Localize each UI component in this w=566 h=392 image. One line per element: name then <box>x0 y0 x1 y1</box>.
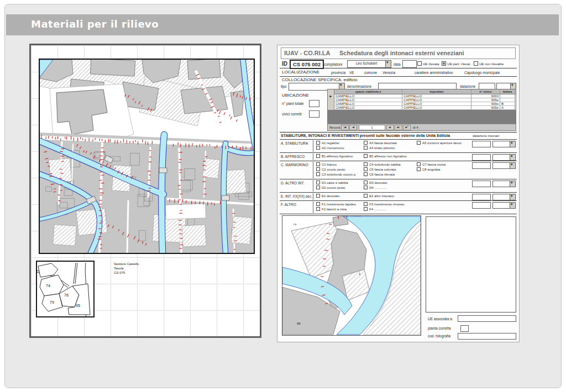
chevron-down-icon[interactable] <box>510 203 515 208</box>
checkbox-icon[interactable] <box>316 181 320 184</box>
record-new-button[interactable]: ▶* <box>403 125 411 130</box>
material-checkbox-item[interactable]: F2 laterizi a vista <box>316 207 347 211</box>
checkbox-icon[interactable] <box>364 181 368 184</box>
piani-input[interactable] <box>309 100 319 107</box>
material-checkbox-item[interactable]: D4 ............. <box>364 186 386 189</box>
material-checkbox-item[interactable]: A1 regalzier <box>316 141 339 145</box>
material-checkbox-item[interactable]: A5 contorni aperture decor. <box>417 141 462 145</box>
current-record-icon[interactable]: ▶ <box>328 94 334 98</box>
ue-associata-input[interactable] <box>458 315 516 322</box>
material-checkbox-item[interactable]: C7 fascia incisa <box>417 162 446 166</box>
checkbox-icon[interactable] <box>316 162 320 166</box>
checkbox-icon[interactable] <box>364 172 368 176</box>
row-selector[interactable] <box>328 106 334 110</box>
record-number-field[interactable]: 1 <box>359 125 385 130</box>
pianta-corretta-checkbox[interactable] <box>460 325 469 332</box>
checkbox-icon[interactable] <box>364 162 368 166</box>
checkbox-icon[interactable] <box>316 202 320 206</box>
material-checkbox-item[interactable]: E1 decorato <box>316 194 339 198</box>
chevron-down-icon[interactable] <box>510 163 515 168</box>
chevron-down-icon[interactable] <box>510 155 515 160</box>
checkbox-icon[interactable] <box>364 167 368 171</box>
checkbox-icon[interactable] <box>316 207 320 211</box>
compilatore-select[interactable]: Leo Schubert <box>347 60 391 68</box>
material-checkbox-item[interactable]: A3 fascia decorata <box>364 141 397 145</box>
datazione-section-select[interactable] <box>492 194 516 200</box>
material-checkbox-item[interactable]: F1 rivestimento lapideo <box>316 202 356 206</box>
material-checkbox-item[interactable]: D2 coccio pesto <box>316 186 345 189</box>
material-checkbox-item[interactable]: B1 affresco figurativo <box>316 154 353 158</box>
material-checkbox-item[interactable]: D3 decorato <box>364 181 387 184</box>
datazione-section-select[interactable] <box>492 154 516 161</box>
chevron-down-icon[interactable] <box>510 194 515 200</box>
datazione-section-select[interactable] <box>492 181 516 187</box>
material-checkbox-item[interactable]: F3 rivestimento rimosso <box>364 202 405 206</box>
datazione-section-input[interactable] <box>472 154 491 161</box>
datazione-section-input[interactable] <box>472 194 491 200</box>
checkbox-icon[interactable] <box>316 186 320 189</box>
row-selector[interactable] <box>328 102 334 106</box>
checkbox-icon[interactable] <box>417 141 421 145</box>
checkbox-icon[interactable] <box>364 146 368 150</box>
table-row[interactable]: CAMPIELLOCAPPIELLO609eB <box>328 102 516 106</box>
material-checkbox-item[interactable]: C3 sottofondo coccio p. <box>316 172 357 176</box>
datazione-section-select[interactable] <box>492 202 516 209</box>
civici-input[interactable] <box>309 110 319 118</box>
material-checkbox-item[interactable]: C2 coccio pesto <box>316 167 345 171</box>
record-last-button[interactable]: ▶| <box>395 125 402 130</box>
slide-title-banner: Materiali per il rilievo <box>6 14 559 35</box>
checkbox-icon[interactable] <box>316 146 320 150</box>
checkbox-icon[interactable] <box>417 162 421 166</box>
datazione-section-input[interactable] <box>472 202 491 209</box>
datazione-section-select[interactable] <box>492 162 516 169</box>
checkbox-icon[interactable] <box>364 186 368 189</box>
cod-fotografia-input[interactable] <box>458 333 516 340</box>
record-next-button[interactable]: ▶ <box>386 125 394 130</box>
record-first-button[interactable]: |◀ <box>341 125 349 130</box>
material-checkbox-item[interactable]: C4 sottofondo sabbia <box>364 162 401 166</box>
checkbox-icon[interactable] <box>474 61 478 66</box>
checkbox-icon[interactable] <box>364 194 368 198</box>
record-prev-button[interactable]: ◀ <box>349 125 357 130</box>
material-checkbox-item[interactable]: A4 strato pittorico <box>364 146 395 150</box>
chevron-down-icon[interactable] <box>510 181 515 187</box>
checkbox-icon[interactable] <box>316 154 320 158</box>
material-checkbox-item[interactable]: E2 altro intonaco <box>364 194 394 198</box>
checkbox-icon[interactable] <box>442 61 446 66</box>
checkbox-icon[interactable] <box>316 172 320 176</box>
checkbox-icon[interactable] <box>417 61 422 66</box>
checkbox-icon[interactable] <box>417 167 421 171</box>
material-checkbox-item[interactable]: D1 calce e sabbia <box>316 181 348 184</box>
ue-checkbox-item[interactable]: UE rilevata <box>417 62 439 66</box>
datazione-section-input[interactable] <box>472 141 491 147</box>
row-selector[interactable] <box>328 98 334 102</box>
material-checkbox-item[interactable]: C5 fascia colorata <box>364 167 396 171</box>
material-checkbox-item[interactable]: C6 fascia rilevata <box>364 172 395 176</box>
material-checkbox-item[interactable]: B2 affresco non figurativo <box>364 154 407 158</box>
checkbox-icon[interactable] <box>364 154 368 158</box>
table-row[interactable]: CAMPIELLOCAPPIELLO609eA <box>328 106 516 110</box>
table-row[interactable]: CAMPIELLOCAPPIELLO609e <box>328 98 516 102</box>
checkbox-icon[interactable] <box>364 141 368 145</box>
table-row[interactable]: ▶CAMPIELLOCAPPIELLO6093 <box>328 94 516 98</box>
chevron-down-icon[interactable] <box>385 61 391 67</box>
checkbox-icon[interactable] <box>316 167 320 171</box>
section-label: B. AFFRESCO <box>281 155 305 158</box>
data-input[interactable] <box>402 60 417 68</box>
checkbox-icon[interactable] <box>364 202 368 206</box>
material-checkbox-item[interactable]: F4 ............. <box>364 207 386 211</box>
checkbox-icon[interactable] <box>316 194 320 198</box>
datazione-section-input[interactable] <box>472 162 491 169</box>
datazione-section-select[interactable] <box>492 141 516 147</box>
checkbox-icon[interactable] <box>364 207 368 211</box>
material-checkbox-item[interactable]: C8 angolata <box>417 167 440 171</box>
ue-checkbox-item[interactable]: UE non rilevable <box>474 62 504 66</box>
material-checkbox-item[interactable]: A2 monocromo <box>316 146 344 150</box>
checkbox-icon[interactable] <box>316 141 320 145</box>
ue-checkbox-item[interactable]: UE parz. rilevat. <box>442 62 471 66</box>
material-checkbox-item[interactable]: C1 bianco <box>316 162 337 166</box>
ubicazione-table[interactable]: spazio viabilisticotoponimon° civicolett… <box>327 89 516 131</box>
chevron-down-icon[interactable] <box>510 141 515 147</box>
datazione-section-input[interactable] <box>472 181 491 187</box>
compilatore-value: Leo Schubert <box>348 61 385 67</box>
